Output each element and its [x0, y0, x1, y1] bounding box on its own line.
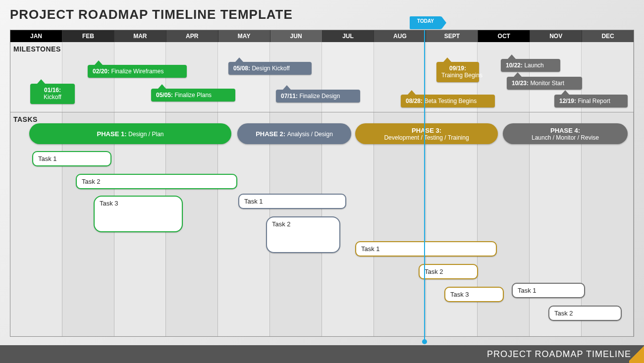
task-bar[interactable]: Task 2	[76, 174, 237, 189]
task-bar[interactable]: Task 1	[355, 241, 497, 257]
month-header: SEPT	[426, 30, 478, 42]
milestone[interactable]: 05/08: Design Kickoff	[228, 62, 312, 75]
milestone[interactable]: 12/19: Final Report	[554, 95, 628, 107]
footer-bar: PROJECT ROADMAP TIMELINE	[0, 345, 644, 363]
today-line	[424, 30, 425, 341]
task-bar[interactable]: Task 2	[266, 216, 340, 253]
month-header: APR	[166, 30, 218, 42]
task-bar[interactable]: Task 2	[548, 306, 622, 321]
month-header: JUL	[322, 30, 375, 42]
milestone[interactable]: 02/20: Finalize Wireframes	[88, 65, 187, 78]
tasks-label: TASKS	[13, 115, 38, 123]
month-header: MAY	[218, 30, 270, 42]
phase-bar[interactable]: PHASE 2: Analysis / Design	[237, 123, 351, 144]
month-header: OCT	[478, 30, 530, 42]
task-bar[interactable]: Task 1	[32, 151, 111, 166]
today-flag: TODAY	[410, 16, 441, 29]
month-header: DEC	[582, 30, 634, 42]
milestone[interactable]: 05/05: Finalize Plans	[151, 89, 235, 102]
footer-text: PROJECT ROADMAP TIMELINE	[487, 349, 631, 360]
tasks-section: TASKS PHASE 1: Design / PlanPHASE 2: Ana…	[10, 112, 634, 336]
task-bar[interactable]: Task 1	[238, 194, 346, 209]
phase-bar[interactable]: PHASE 3:Development / Testing / Training	[355, 123, 498, 144]
task-bar[interactable]: Task 3	[444, 287, 504, 302]
month-header: JAN	[10, 30, 62, 42]
task-bar[interactable]: Task 1	[512, 283, 585, 298]
phase-bar[interactable]: PHASE 1: Design / Plan	[29, 123, 231, 144]
milestone[interactable]: 10/23: Monitor Start	[507, 77, 582, 90]
milestone[interactable]: 08/28: Beta Testing Begins	[401, 95, 495, 107]
month-header: NOV	[530, 30, 582, 42]
footer-accent	[629, 345, 644, 363]
month-header: JUN	[270, 30, 322, 42]
month-header: FEB	[62, 30, 114, 42]
milestones-label: MILESTONES	[13, 45, 61, 53]
milestone[interactable]: 01/16:Kickoff	[30, 84, 75, 104]
task-bar[interactable]: Task 3	[94, 196, 183, 232]
task-bar[interactable]: Task 2	[419, 264, 478, 279]
timeline-chart: TODAY JANFEBMARAPRMAYJUNJULAUGSEPTOCTNOV…	[10, 30, 634, 337]
month-header: MAR	[114, 30, 166, 42]
milestone[interactable]: 09/19:Training Begins	[436, 62, 479, 82]
phase-bar[interactable]: PHASE 4:Launch / Monitor / Revise	[503, 123, 628, 144]
milestones-section: MILESTONES 01/16:Kickoff02/20: Finalize …	[10, 42, 634, 112]
milestone[interactable]: 07/11: Finalize Design	[276, 90, 360, 103]
month-header: AUG	[374, 30, 426, 42]
page-title: PROJECT ROADMAP TIMELINE TEMPLATE	[10, 7, 293, 22]
month-header-row: JANFEBMARAPRMAYJUNJULAUGSEPTOCTNOVDEC	[10, 30, 634, 42]
milestone[interactable]: 10/22: Launch	[501, 59, 560, 72]
